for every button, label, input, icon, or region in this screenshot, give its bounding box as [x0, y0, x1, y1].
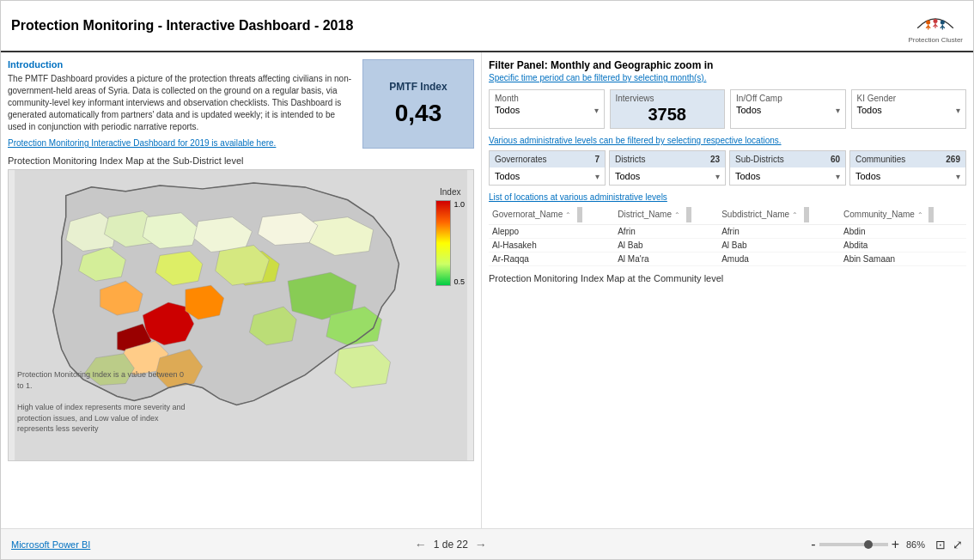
governorates-header: Governorates 7 [490, 151, 605, 167]
table-cell: Afrin [614, 225, 718, 239]
table-cell: Ar-Raqqa [489, 253, 614, 266]
map-note-line2: High value of index represents more seve… [17, 402, 189, 435]
communities-box[interactable]: Communities 269 Todos ▾ [849, 150, 966, 186]
month-dropdown-arrow: ▾ [594, 106, 599, 115]
interviews-box: Interviews 3758 [610, 89, 726, 129]
legend-mid: 0.5 [454, 277, 465, 286]
col-subdistrict[interactable]: Subdistrict_Name ⌃ [718, 205, 840, 225]
table-cell: Abdin [840, 225, 966, 239]
legend-max: 1.0 [454, 200, 465, 209]
gender-filter[interactable]: KI Gender Todos ▾ [851, 89, 967, 129]
page-navigation: ← 1 de 22 → [415, 538, 487, 551]
zoom-handle [864, 540, 873, 549]
table-cell: Afrin [718, 225, 840, 239]
table-cell: Abdita [840, 239, 966, 253]
pmtf-index-box: PMTF Index 0,43 [362, 59, 474, 149]
col-community[interactable]: Community_Name ⌃ [840, 205, 966, 225]
table-cell: Amuda [718, 253, 840, 266]
admin-levels-row: Governorates 7 Todos ▾ Districts 23 [489, 150, 966, 186]
gov-dropdown-arrow: ▾ [595, 172, 600, 181]
districts-header: Districts 23 [610, 151, 725, 167]
table-row: Al-HasakehAl BabAl BabAbdita [489, 239, 966, 253]
districts-value[interactable]: Todos ▾ [610, 167, 725, 185]
zoom-minus[interactable]: - [811, 537, 815, 552]
subdistricts-box[interactable]: Sub-Districts 60 Todos ▾ [729, 150, 846, 186]
subdist-dropdown-arrow: ▾ [836, 172, 840, 181]
gender-value[interactable]: Todos ▾ [857, 105, 961, 115]
table-row: Ar-RaqqaAl Ma'raAmudaAbin Samaan [489, 253, 966, 266]
zoom-control: - + 86% ⊡ ⤢ [811, 537, 963, 552]
subdist-sort-icon[interactable]: ⌃ [792, 211, 798, 219]
filter-row: Month Todos ▾ Interviews 3758 In/Off Cam… [489, 89, 966, 129]
interviews-value: 3758 [616, 105, 720, 125]
zoom-slider[interactable] [819, 543, 888, 546]
table-cell: Al Bab [718, 239, 840, 253]
logo-text: Protection Cluster [908, 36, 963, 44]
map-container[interactable]: Index 1.0 0.5 Protection Monitoring Inde… [8, 169, 474, 461]
page-next-arrow[interactable]: → [475, 538, 487, 551]
dist-scroll [686, 207, 691, 222]
comm-dropdown-arrow: ▾ [956, 172, 960, 181]
bottom-bar: Microsoft Power BI ← 1 de 22 → - + 86% ⊡… [1, 528, 973, 559]
dist-dropdown-arrow: ▾ [715, 172, 720, 181]
governorates-box[interactable]: Governorates 7 Todos ▾ [489, 150, 606, 186]
month-filter[interactable]: Month Todos ▾ [489, 89, 605, 129]
logo-area: Protection Cluster [908, 8, 963, 44]
interviews-label: Interviews [616, 94, 720, 103]
subdistricts-value[interactable]: Todos ▾ [730, 167, 845, 185]
svg-point-4 [934, 19, 938, 23]
svg-point-0 [926, 21, 930, 25]
subdistricts-header: Sub-Districts 60 [730, 151, 845, 167]
month-value[interactable]: Todos ▾ [495, 105, 599, 115]
gender-dropdown-arrow: ▾ [956, 106, 960, 115]
gov-sort-icon[interactable]: ⌃ [565, 211, 571, 219]
intro-link[interactable]: Protection Monitoring Interactive Dashbo… [8, 138, 276, 148]
page-prev-arrow[interactable]: ← [415, 538, 427, 551]
filter-panel-subtitle[interactable]: Specific time period can be filtered by … [489, 73, 966, 82]
table-row: AleppoAfrinAfrinAbdin [489, 225, 966, 239]
table-cell: Al Ma'ra [614, 253, 718, 266]
communities-header: Communities 269 [850, 151, 965, 167]
col-governorat[interactable]: Governorat_Name ⌃ [489, 205, 614, 225]
communities-value[interactable]: Todos ▾ [850, 167, 965, 185]
inoff-filter[interactable]: In/Off Camp Todos ▾ [730, 89, 846, 129]
map-note-line1: Protection Monitoring Index is a value b… [17, 369, 189, 391]
fullscreen-icon[interactable]: ⤢ [953, 538, 963, 551]
subdist-scroll [804, 207, 809, 222]
powerbi-link[interactable]: Microsoft Power BI [11, 539, 90, 550]
table-cell: Al Bab [614, 239, 718, 253]
inoff-label: In/Off Camp [736, 94, 840, 103]
page-title: Protection Monitoring - Interactive Dash… [11, 18, 353, 33]
comm-scroll [928, 207, 934, 222]
page-indicator: 1 de 22 [434, 539, 468, 551]
inoff-value[interactable]: Todos ▾ [736, 105, 840, 115]
zoom-plus[interactable]: + [892, 537, 899, 552]
col-district[interactable]: District_Name ⌃ [614, 205, 718, 225]
map-note: Protection Monitoring Index is a value b… [17, 369, 189, 435]
month-label: Month [495, 94, 599, 103]
dist-sort-icon[interactable]: ⌃ [674, 211, 680, 219]
protection-cluster-logo-icon [914, 8, 957, 36]
locations-table: Governorat_Name ⌃ District_Name ⌃ Subdis… [489, 205, 966, 266]
pmtf-value: 0,43 [395, 100, 442, 127]
filter-panel-title: Filter Panel: Monthly and Geographic zoo… [489, 59, 966, 71]
locations-title[interactable]: List of locations at various administrat… [489, 192, 966, 202]
table-cell: Abin Samaan [840, 253, 966, 266]
inoff-dropdown-arrow: ▾ [836, 106, 840, 115]
map-title: Protection Monitoring Index Map at the S… [8, 155, 474, 166]
districts-box[interactable]: Districts 23 Todos ▾ [609, 150, 726, 186]
map-legend: Index 1.0 0.5 [435, 187, 465, 286]
fit-screen-icon[interactable]: ⊡ [935, 538, 946, 551]
table-cell: Aleppo [489, 225, 614, 239]
gender-label: KI Gender [857, 94, 961, 103]
admin-subtitle[interactable]: Various administrative levels can be fil… [489, 136, 966, 145]
svg-point-8 [941, 21, 945, 25]
comm-sort-icon[interactable]: ⌃ [917, 211, 923, 219]
community-map-title: Protection Monitoring Index Map at the C… [489, 273, 966, 283]
intro-title: Introduction [8, 59, 356, 70]
table-cell: Al-Hasakeh [489, 239, 614, 253]
zoom-value: 86% [906, 539, 925, 550]
governorates-value[interactable]: Todos ▾ [490, 167, 605, 185]
legend-gradient [435, 200, 451, 286]
legend-title: Index [440, 187, 460, 197]
